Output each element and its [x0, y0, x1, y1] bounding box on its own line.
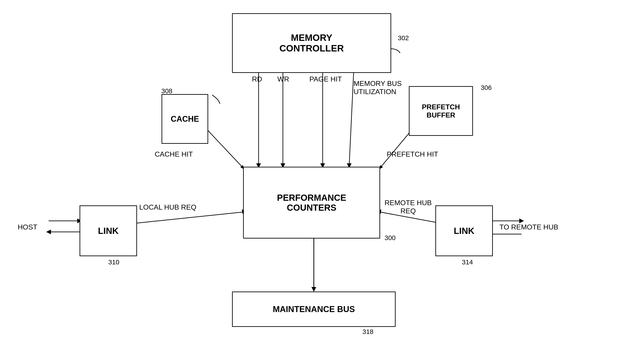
prefetch-hit-label: PREFETCH HIT: [387, 150, 438, 158]
host-label: HOST: [18, 223, 37, 231]
link-right-label: LINK: [454, 226, 474, 236]
link-left-box: LINK: [80, 205, 137, 256]
wr-label: WR: [277, 75, 289, 83]
svg-line-8: [208, 130, 243, 168]
memory-controller-label: MEMORYCONTROLLER: [279, 32, 344, 54]
ref-314: 314: [462, 258, 473, 266]
page-hit-label: PAGE HIT: [310, 75, 342, 83]
rd-label: RD: [252, 75, 262, 83]
cache-label: CACHE: [170, 114, 199, 124]
ref-306: 306: [481, 84, 492, 91]
svg-marker-17: [312, 287, 316, 292]
maintenance-bus-box: MAINTENANCE BUS: [232, 292, 396, 327]
svg-marker-24: [519, 219, 524, 223]
svg-line-12: [137, 212, 243, 223]
cache-box: CACHE: [162, 94, 208, 144]
memory-controller-box: MEMORYCONTROLLER: [232, 13, 391, 73]
link-right-box: LINK: [435, 205, 493, 256]
ref-308: 308: [161, 87, 172, 95]
ref-302: 302: [398, 34, 409, 42]
ref-310: 310: [108, 258, 119, 266]
maintenance-bus-label: MAINTENANCE BUS: [273, 305, 355, 314]
local-hub-req-label: LOCAL HUB REQ: [139, 203, 196, 211]
ref-318: 318: [362, 328, 374, 336]
performance-counters-box: PERFORMANCECOUNTERS: [243, 167, 380, 239]
link-left-label: LINK: [98, 226, 118, 236]
prefetch-buffer-label: PREFETCHBUFFER: [422, 103, 460, 119]
svg-line-10: [380, 128, 413, 168]
performance-counters-label: PERFORMANCECOUNTERS: [277, 193, 346, 213]
diagram-container: MEMORYCONTROLLER 302 CACHE 308 PREFETCHB…: [0, 0, 644, 360]
cache-hit-label: CACHE HIT: [155, 150, 193, 158]
prefetch-buffer-box: PREFETCHBUFFER: [409, 86, 473, 136]
remote-hub-req-label: REMOTE HUBREQ: [384, 199, 432, 215]
svg-line-6: [349, 73, 354, 166]
memory-bus-util-label: MEMORY BUSUTILIZATION: [354, 79, 402, 96]
to-remote-hub-label: TO REMOTE HUB: [500, 223, 558, 231]
svg-marker-22: [46, 230, 51, 234]
ref-300: 300: [384, 234, 396, 242]
